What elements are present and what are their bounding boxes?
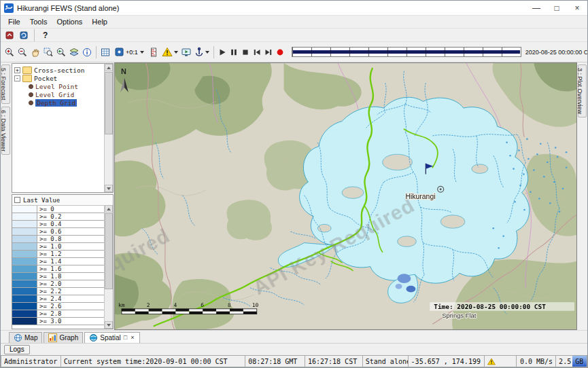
zoom-previous-icon xyxy=(56,47,67,58)
step-forward-button[interactable] xyxy=(263,45,274,59)
scrollbar-thumb[interactable] xyxy=(105,72,113,134)
side-tab-3-plot-overview[interactable]: 3 : Plot Overview xyxy=(578,65,587,117)
legend-swatch xyxy=(12,251,37,257)
map-view[interactable]: API Key Required API Key Required N km 2… xyxy=(114,62,577,330)
scrollbar-thumb[interactable] xyxy=(105,213,113,289)
scroll-up-icon[interactable] xyxy=(105,64,113,71)
legend-row: >= 1.4 xyxy=(12,258,104,265)
longitudinal-profile-button[interactable] xyxy=(148,45,160,59)
info-button[interactable] xyxy=(81,45,93,59)
panel-maximize-button[interactable]: □ xyxy=(123,335,128,341)
toolbar-separator xyxy=(96,46,97,58)
globe-icon xyxy=(14,333,22,342)
scroll-up-icon[interactable] xyxy=(105,205,113,213)
help-button[interactable]: ? xyxy=(39,30,51,41)
panel-close-button[interactable]: × xyxy=(130,335,135,341)
window-title: Hikurangi FEWS (Stand alone) xyxy=(17,4,119,12)
zoom-out-button[interactable] xyxy=(16,45,29,59)
zoom-previous-button[interactable] xyxy=(55,45,67,59)
side-tab-label: 6 : Data Viewer xyxy=(0,110,7,151)
side-tab-6-data-viewer[interactable]: 6 : Data Viewer xyxy=(1,107,10,155)
status-coordinates: -35.657 , 174.199 xyxy=(408,355,485,367)
pause-button[interactable] xyxy=(228,45,239,59)
legend-swatch xyxy=(12,288,37,295)
scrollbar-track[interactable] xyxy=(105,213,113,321)
legend-row: >= 1.0 xyxy=(12,243,104,251)
tree-item[interactable]: +Cross-section xyxy=(14,66,103,74)
tree-item[interactable]: Depth Grid xyxy=(14,98,103,107)
record-button[interactable] xyxy=(275,45,286,59)
logs-row: Logs xyxy=(1,343,587,355)
expand-icon[interactable]: + xyxy=(14,67,20,73)
toolbar-separator xyxy=(34,29,35,41)
layers-button[interactable] xyxy=(68,45,80,59)
side-tab-5-forecast[interactable]: 5 : Forecast xyxy=(1,65,10,104)
step-back-button[interactable] xyxy=(252,45,262,59)
data-tree: +Cross-section-PocketLevel PointLevel Gr… xyxy=(12,64,113,108)
zoom-in-button[interactable] xyxy=(3,45,16,59)
legend-label: >= 2.0 xyxy=(37,280,64,287)
interval-dropdown[interactable]: +0:1 xyxy=(112,45,147,59)
tab-spatial[interactable]: Spatial □ × xyxy=(84,332,139,343)
legend-table: >= 0>= 0.2>= 0.4>= 0.6>= 0.8>= 1.0>= 1.2… xyxy=(12,206,105,329)
timeline-slider[interactable] xyxy=(292,47,521,57)
legend-label: >= 2.8 xyxy=(37,310,64,317)
legend-scrollbar[interactable] xyxy=(104,205,113,329)
tree-item-label: Pocket xyxy=(34,75,57,82)
last-value-checkbox[interactable] xyxy=(14,197,20,203)
tree-scrollbar[interactable] xyxy=(104,64,113,192)
menu-tools[interactable]: Tools xyxy=(25,17,52,26)
minimize-button[interactable]: — xyxy=(526,1,547,15)
legend-label: >= 0.2 xyxy=(37,213,64,220)
zoom-rectangle-button[interactable] xyxy=(42,45,54,59)
menu-help[interactable]: Help xyxy=(87,17,112,26)
tab-graph[interactable]: Graph xyxy=(44,332,83,343)
menu-file[interactable]: File xyxy=(3,17,25,26)
status-bar: Administrator Current system time:2020-0… xyxy=(1,355,587,367)
tools-dropdown[interactable] xyxy=(193,45,211,59)
status-warning-icon xyxy=(487,358,496,365)
pan-button[interactable] xyxy=(29,45,41,59)
animation-button[interactable] xyxy=(180,45,192,59)
side-tab-label: 5 : Forecast xyxy=(0,68,7,100)
left-tab-strip: 5 : Forecast6 : Data Viewer xyxy=(1,62,11,330)
interval-icon xyxy=(115,48,124,56)
scroll-down-icon[interactable] xyxy=(105,321,113,329)
zoom-in-icon xyxy=(4,47,15,58)
tree-item[interactable]: -Pocket xyxy=(14,74,103,82)
database-button[interactable] xyxy=(3,30,16,41)
menu-options[interactable]: Options xyxy=(52,17,87,26)
place-label: Springs Flat xyxy=(442,313,477,320)
refresh-icon xyxy=(19,31,29,40)
legend-row: >= 2.2 xyxy=(12,288,104,295)
tree-item[interactable]: Level Grid xyxy=(14,90,103,98)
tab-map[interactable]: Map xyxy=(9,332,42,343)
tree-item[interactable]: Level Point xyxy=(14,82,103,90)
legend-swatch xyxy=(12,310,37,317)
stop-button[interactable] xyxy=(240,45,251,59)
legend-row: >= 1.8 xyxy=(12,273,104,280)
legend-swatch xyxy=(12,318,37,325)
chevron-down-icon xyxy=(205,51,209,54)
refresh-button[interactable] xyxy=(18,30,30,41)
svg-text:10: 10 xyxy=(252,302,259,308)
menubar: File Tools Options Help xyxy=(1,16,587,29)
status-warning[interactable] xyxy=(484,355,516,367)
play-button[interactable] xyxy=(217,45,228,59)
pan-hand-icon xyxy=(30,47,41,58)
play-icon xyxy=(218,48,227,57)
scrollbar-track[interactable] xyxy=(105,71,113,185)
side-tab-label: 3 : Plot Overview xyxy=(576,68,583,114)
status-memory: 2.5 GB xyxy=(555,355,587,367)
scroll-down-icon[interactable] xyxy=(105,185,113,192)
maximize-button[interactable]: □ xyxy=(547,1,567,15)
close-button[interactable]: × xyxy=(567,1,587,15)
warning-dropdown[interactable] xyxy=(160,45,179,59)
folder-icon xyxy=(22,67,32,74)
logs-button[interactable]: Logs xyxy=(4,345,30,354)
grid-display-button[interactable] xyxy=(99,45,111,59)
layers-icon xyxy=(69,47,80,58)
collapse-icon[interactable]: - xyxy=(14,75,20,81)
current-datetime-label: 2020-08-25 00:00:00 CST xyxy=(525,49,588,56)
content-area: 5 : Forecast6 : Data Viewer +Cross-secti… xyxy=(1,62,587,330)
